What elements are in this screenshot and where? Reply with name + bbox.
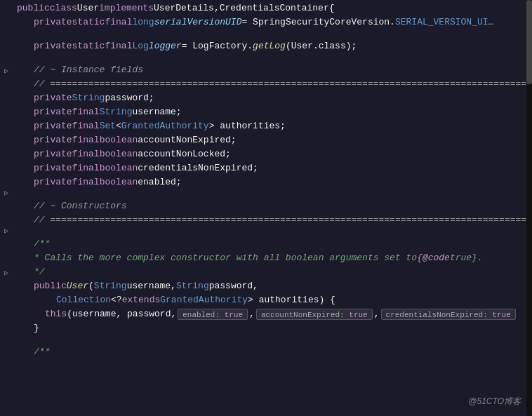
classname-user: User (77, 1, 99, 15)
code-lines: public class User implements UserDetails… (13, 0, 532, 416)
line-8: private String password; (13, 91, 532, 105)
kw-class: class (50, 1, 77, 15)
line-24: this(username, password, enabled: true ,… (13, 307, 532, 321)
line-empty-4 (13, 227, 532, 237)
line-9: private final String username; (13, 105, 532, 119)
line-19: /** (13, 237, 532, 251)
line-21: */ (13, 265, 532, 279)
interface-userdetails: UserDetails, (154, 1, 220, 15)
line-4: private static final Log logger = LogFac… (13, 39, 532, 53)
line-16: // ~ Constructors (13, 199, 532, 213)
line-6: // ~ Instance fields (13, 63, 532, 77)
line-empty-1 (13, 29, 532, 39)
code-editor: ▷ ▷ ▷ ▷ (0, 0, 532, 416)
line-27: /** (13, 345, 532, 359)
line-12: private final boolean accountNonLocked; (13, 147, 532, 161)
line-2: private static final long serialVersionU… (13, 15, 532, 29)
line-7: // =====================================… (13, 77, 532, 91)
line-13: private final boolean credentialsNonExpi… (13, 161, 532, 175)
hint-account-non-expired: accountNonExpired: true (256, 309, 373, 320)
scrollbar-vertical[interactable] (526, 0, 532, 416)
hint-enabled: enabled: true (178, 309, 248, 320)
line-empty-2 (13, 53, 532, 63)
line-1: public class User implements UserDetails… (13, 1, 532, 15)
line-empty-5 (13, 335, 532, 345)
line-22: public User(String username, String pass… (13, 279, 532, 293)
kw-implements: implements (99, 1, 154, 15)
watermark: @51CTO博客 (468, 396, 521, 408)
line-10: private final Set<GrantedAuthority> auth… (13, 119, 532, 133)
brace-open: { (329, 1, 335, 15)
scrollbar-thumb[interactable] (526, 0, 532, 84)
code-container: ▷ ▷ ▷ ▷ (0, 0, 532, 416)
line-23: Collection<? extends GrantedAuthority> a… (13, 293, 532, 307)
line-11: private final boolean accountNonExpired; (13, 133, 532, 147)
line-empty-3 (13, 189, 532, 199)
line-14: private final boolean enabled; (13, 175, 532, 189)
line-20: * Calls the more complex constructor wit… (13, 251, 532, 265)
line-25: } (13, 321, 532, 335)
gutter: ▷ ▷ ▷ ▷ (0, 0, 13, 416)
interface-credentials: CredentialsContainer (220, 1, 329, 15)
hint-credentials-non-expired: credentialsNonExpired: true (381, 309, 516, 320)
line-17: // =====================================… (13, 213, 532, 227)
kw-public: public (17, 1, 50, 15)
